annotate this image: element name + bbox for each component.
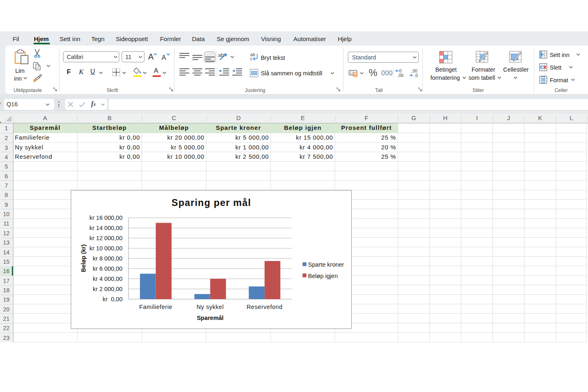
svg-text:kr 0,00: kr 0,00 (103, 296, 122, 302)
svg-text:kr 10 000,00: kr 10 000,00 (89, 245, 122, 252)
svg-text:Beløp igjen: Beløp igjen (308, 272, 338, 279)
svg-text:kr 8 000,00: kr 8 000,00 (92, 255, 122, 261)
svg-text:kr 6 000,00: kr 6 000,00 (92, 265, 122, 272)
svg-text:Sparing per mål: Sparing per mål (171, 197, 251, 208)
svg-text:,0: ,0 (414, 73, 418, 78)
svg-text:Beløp (kr): Beløp (kr) (80, 244, 86, 272)
svg-text:Familieferie: Familieferie (139, 303, 172, 310)
svg-text:Sparte kroner: Sparte kroner (308, 261, 344, 268)
svg-text:Ny sykkel: Ny sykkel (197, 303, 224, 310)
svg-text:c: c (250, 56, 253, 61)
svg-text:kr 16 000,00: kr 16 000,00 (89, 215, 122, 221)
svg-text:kr 14 000,00: kr 14 000,00 (89, 225, 122, 231)
svg-text:kr 2 000,00: kr 2 000,00 (92, 285, 122, 292)
svg-text:,00: ,00 (398, 73, 404, 78)
svg-text:Sparemål: Sparemål (197, 314, 223, 321)
svg-text:Reservefond: Reservefond (247, 303, 282, 310)
svg-text:kr 4 000,00: kr 4 000,00 (92, 275, 122, 282)
svg-text:kr 12 000,00: kr 12 000,00 (89, 235, 122, 241)
